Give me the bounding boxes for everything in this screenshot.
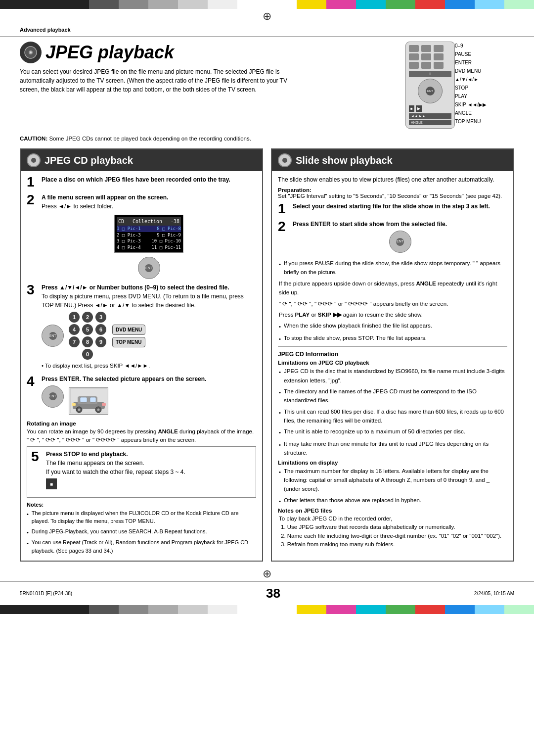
header-section: Advanced playback [0, 24, 534, 37]
limitations-playback-list: • JPEG CD is the disc that is standardiz… [278, 367, 507, 458]
slide-bullet-stop: • To stop the slide show, press STOP. Th… [279, 333, 507, 343]
lim-play-2-text: The directory and file names of the JPEG… [284, 387, 507, 405]
caution-title: CAUTION: [20, 136, 47, 142]
slide-symbols: " ⟳ ", " ⟳⟳ ", " ⟳⟳⟳ " or " ⟳⟳⟳⟳ " appea… [279, 299, 507, 308]
bar-white [208, 0, 237, 9]
note-3: • You can use Repeat (Track or All), Ran… [27, 538, 256, 555]
pause-button-visual: ⏸ [409, 71, 451, 77]
remote-label-09: 0–9 [455, 42, 487, 50]
svg-rect-13 [102, 403, 106, 406]
remote-label-arrows: ▲/▼/◄/► [455, 75, 487, 84]
section-divider [278, 346, 507, 347]
remote-btn-6 [434, 53, 444, 60]
jpeg-cd-title: JPEG CD playback [44, 155, 133, 166]
slide-bullet-1-text: If you press PAUSE during the slide show… [284, 259, 507, 277]
menu-buttons: DVD MENU TOP MENU [112, 325, 145, 347]
rotating-image-title: Rotating an image [27, 421, 256, 426]
slideshow-step-1-number: 1 [278, 202, 289, 216]
top-menu-btn: TOP MENU [112, 337, 145, 347]
slideshow-section-header: Slide show playback [272, 149, 513, 171]
slideshow-step-2-bold: Press ENTER to start slide show from the… [293, 221, 447, 228]
slide-bullet-1: • If you press PAUSE during the slide sh… [279, 259, 507, 277]
num-6: 6 [95, 324, 106, 335]
file-menu-row-4: 4 □ Pic-411 □ Pic-11 [117, 244, 181, 251]
step-5-number: 5 [31, 450, 42, 464]
lim-disp-1: • The maximum number for display is 16 l… [279, 467, 507, 494]
step-3-bold: Press ▲/▼/◄/► or Number buttons (0–9) to… [42, 284, 229, 291]
svg-point-2 [30, 51, 32, 53]
notes-jpeg-title: Notes on JPEG files [278, 508, 507, 514]
notes-title: Notes: [27, 501, 256, 509]
bottom-color-bar [0, 605, 534, 614]
slideshow-step-1: 1 Select your desired starting file for … [278, 202, 507, 216]
step-4-content: Press ENTER. The selected picture appear… [42, 375, 256, 417]
remote-btn-1 [409, 45, 419, 52]
step-4-visuals: ENT [42, 385, 256, 417]
remote-buttons-grid [409, 45, 451, 69]
bar-yellow [297, 0, 326, 9]
remote-btn-7 [409, 62, 419, 69]
page-title-block: JPEG playback You can select your desire… [20, 42, 396, 94]
step-2-bold: A file menu screen will appear on the sc… [42, 194, 168, 201]
remote-label-skip: SKIP ◄◄/▶▶ [455, 100, 487, 109]
num-9: 9 [95, 336, 106, 347]
num-0: 0 [82, 349, 93, 360]
remote-label-angle: ANGLE [455, 109, 487, 117]
bar-lgreen [504, 0, 534, 9]
footer-right: 2/24/05, 10:15 AM [474, 591, 514, 596]
preparation-text: Set "JPEG Interval" setting to "5 Second… [278, 193, 502, 199]
step-3-extra: To display a picture menu, press DVD MEN… [42, 293, 244, 309]
file-menu-screenshot: CD Collection -38 1 □ Pic-18 □ Pic-8 2 □… [114, 215, 183, 253]
notes-section: Notes: • The picture menu is displayed w… [27, 501, 256, 555]
svg-rect-6 [80, 397, 87, 402]
slideshow-enter-visual: ENT [293, 231, 507, 253]
caution-box: CAUTION: Some JPEG CDs cannot be played … [20, 136, 514, 142]
lim-play-2: • The directory and file names of the JP… [279, 387, 507, 405]
lim-play-1: • JPEG CD is the disc that is standardiz… [279, 367, 507, 385]
slideshow-step-2-content: Press ENTER to start slide show from the… [293, 220, 507, 255]
slide-bullet-finished-text: When the slide show playback finished th… [284, 321, 432, 330]
step-5: 5 Press STOP to end playback. The file m… [31, 450, 252, 490]
rotating-image-text: You can rotate an image by 90 degrees by… [27, 427, 256, 445]
footer-left: 5RN0101D [E] (P34-38) [20, 591, 72, 596]
step-4-dpad: ENT [42, 385, 64, 417]
remote-box: ⏸ ENT ■ ▶ ◄◄ ►► ANGLE [405, 42, 455, 129]
page-number: 38 [266, 586, 280, 601]
step-4-bold: Press ENTER. The selected picture appear… [42, 376, 206, 382]
svg-point-11 [97, 409, 99, 411]
step-5-text: The file menu appears on the screen. [46, 460, 144, 467]
note-jpeg-1: 1. Use JPEG software that records data a… [279, 523, 507, 531]
lim-play-5: • It may take more than one minute for t… [279, 439, 507, 458]
remote-label-dvdmenu: DVD MENU [455, 67, 487, 75]
step-1: 1 Place a disc on which JPEG files have … [27, 175, 256, 189]
cd-inner-right [282, 158, 287, 163]
step-1-content: Place a disc on which JPEG files have be… [42, 175, 256, 184]
remote-btn-9 [434, 62, 444, 69]
slide-bullet-stop-text: To stop the slide show, press STOP. The … [284, 333, 427, 342]
limitations-display-title: Limitations on display [278, 460, 507, 466]
cd-inner-left [31, 158, 36, 163]
remote-btn-5 [421, 53, 431, 60]
top-color-bar [0, 0, 534, 9]
jpeg-cd-section-header: JPEG CD playback [21, 149, 262, 171]
notes-jpeg-list: To play back JPEG CD in the recorded ord… [278, 515, 507, 549]
slideshow-step-2-number: 2 [278, 220, 289, 234]
skip-visual: ◄◄ ►► [409, 113, 451, 119]
jpeg-cd-playback-section: JPEG CD playback 1 Place a disc on which… [20, 148, 263, 562]
note-jpeg-0: To play back JPEG CD in the recorded ord… [279, 515, 507, 523]
rotating-image-section: Rotating an image You can rotate an imag… [27, 421, 256, 445]
page-title: JPEG playback [20, 42, 396, 63]
note-2: • During JPEG-Playback, you cannot use S… [27, 527, 256, 537]
number-grid: 1 2 3 4 5 6 7 8 9 0 [69, 312, 107, 360]
dpad-visual: ENT [418, 79, 443, 103]
lim-play-4-text: The unit is able to recognize up to a ma… [284, 427, 465, 436]
bar-green [386, 0, 415, 9]
dpad-outer: ENT [138, 257, 160, 279]
slideshow-body: The slide show enables you to view pictu… [272, 171, 513, 553]
file-menu-cd-label: CD [118, 218, 124, 225]
slideshow-title: Slide show playback [296, 155, 393, 166]
step-2-dpad: ENT [138, 257, 160, 279]
step-3-controls: ENT 1 2 3 4 5 6 7 [42, 312, 256, 360]
limitations-display-list: • The maximum number for display is 16 l… [278, 467, 507, 506]
step-2-text: Press ◄/► to select folder. [42, 203, 113, 210]
